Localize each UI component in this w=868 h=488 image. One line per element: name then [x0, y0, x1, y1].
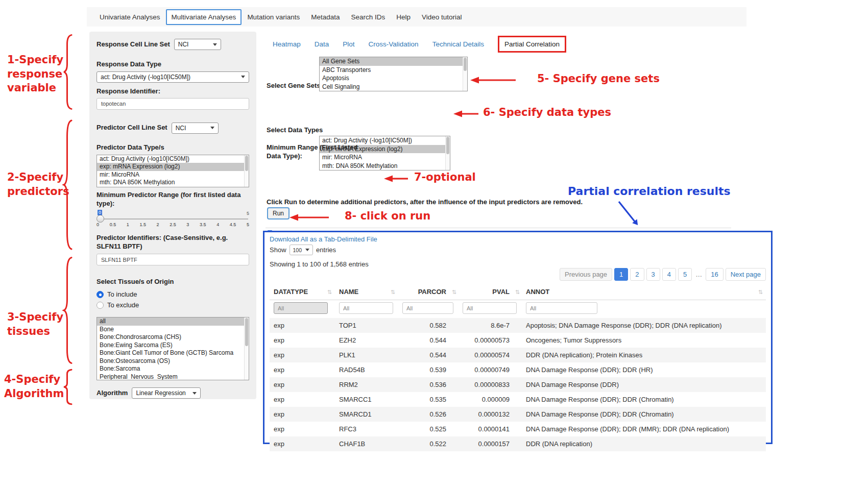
min-predictor-range-label: Minimum Predictor Range (for first liste… [97, 191, 249, 208]
radio-label: To include [107, 290, 137, 298]
list-option[interactable]: Peripheral_Nervous_System [97, 373, 249, 381]
page-button-2[interactable]: 2 [630, 268, 644, 281]
algorithm-select[interactable]: Linear Regression [132, 387, 201, 399]
column-header-parcor[interactable]: PARCOR⇅ [398, 284, 459, 300]
cell-name: TOP1 [335, 318, 398, 333]
cell-name: PLK1 [335, 348, 398, 362]
predictor-identifiers-input[interactable] [97, 254, 249, 265]
brace-icon [62, 33, 73, 111]
run-button[interactable]: Run [267, 207, 290, 219]
next-page-button[interactable]: Next page [726, 268, 766, 281]
page-button-3[interactable]: 3 [646, 268, 660, 281]
tab-data[interactable]: Data [315, 40, 329, 48]
download-link[interactable]: Download All as a Tab-Delimited File [270, 235, 377, 243]
show-label: Show [270, 246, 286, 254]
response-data-type-label: Response Data Type [97, 60, 249, 69]
list-option[interactable]: mir: MicroRNA [97, 171, 249, 179]
cell-datatype: exp [270, 422, 335, 436]
arrow-diagonal-icon [612, 200, 648, 232]
tab-technical-details[interactable]: Technical Details [432, 40, 484, 48]
list-option[interactable]: ABC Transporters [320, 66, 467, 75]
column-header-name[interactable]: NAME⇅ [335, 284, 398, 300]
cell-parcor: 0.522 [398, 436, 459, 451]
cell-annot: DDR (DNA replication) [522, 436, 766, 451]
tab-partial-correlation[interactable]: Partial Correlation [498, 36, 566, 53]
cell-datatype: exp [270, 333, 335, 348]
response-identifier-input[interactable] [97, 98, 249, 110]
column-header-datatype[interactable]: DATATYPE⇅ [270, 284, 335, 300]
previous-page-button[interactable]: Previous page [560, 268, 612, 281]
list-option[interactable]: Bone [97, 326, 249, 334]
filter-row [270, 300, 766, 319]
cell-parcor: 0.539 [398, 362, 459, 377]
response-identifier-label: Response Identifier: [97, 87, 249, 96]
filter-annot-input[interactable] [526, 302, 597, 314]
filter-datatype-input[interactable] [274, 302, 328, 314]
page-button-5[interactable]: 5 [678, 268, 692, 281]
cell-name: SMARCD1 [335, 407, 398, 422]
top-nav: Univariate Analyses Multivariate Analyse… [87, 7, 746, 27]
list-option[interactable]: Bone:Osteosarcoma (OS) [97, 357, 249, 365]
filter-pval-input[interactable] [463, 302, 517, 314]
nav-multivariate-analyses[interactable]: Multivariate Analyses [166, 9, 242, 25]
entries-count-select[interactable]: 100 [290, 245, 314, 255]
response-cell-line-set-select[interactable]: NCI [174, 39, 221, 50]
annotation-step2: 2-Specify predictors [7, 170, 69, 199]
cell-name: RRM2 [335, 377, 398, 392]
sort-icon: ⇅ [515, 288, 520, 295]
tissue-exclude-radio[interactable]: To exclude [97, 301, 249, 309]
gene-sets-listbox[interactable]: All Gene Sets ABC Transporters Apoptosis… [319, 57, 468, 91]
response-data-type-select[interactable]: act: Drug Activity (-log10[IC50M]) [97, 71, 249, 83]
scrollbar[interactable] [463, 57, 467, 91]
page-button-16[interactable]: 16 [706, 268, 723, 281]
chevron-down-icon [241, 76, 245, 78]
tissue-origin-label: Select Tissue/s of Origin [97, 278, 249, 286]
list-option[interactable]: Bone:Sarcoma [97, 365, 249, 373]
filter-parcor-input[interactable] [402, 302, 453, 314]
tissue-listbox[interactable]: all Bone Bone:Chondrosarcoma (CHS) Bone:… [97, 317, 249, 380]
nav-video-tutorial[interactable]: Video tutorial [416, 10, 468, 25]
filter-name-input[interactable] [339, 302, 393, 314]
min-predictor-range-slider: 0 5 00.511.522.533.544.55 [97, 210, 249, 228]
tab-cross-validation[interactable]: Cross-Validation [369, 40, 419, 48]
list-option[interactable]: mth: DNA 850K Methylation [97, 179, 249, 187]
slider-handle[interactable] [97, 215, 104, 223]
tab-heatmap[interactable]: Heatmap [273, 40, 301, 48]
radio-label: To exclude [107, 301, 139, 309]
nav-univariate-analyses[interactable]: Univariate Analyses [94, 10, 166, 25]
cell-datatype: exp [270, 407, 335, 422]
table-row: exp RAD54B 0.539 0.00000749 DNA Damage R… [270, 362, 766, 377]
list-option-selected[interactable]: All Gene Sets [320, 57, 467, 66]
scrollbar[interactable] [244, 318, 249, 380]
page-button-1[interactable]: 1 [614, 268, 628, 281]
nav-mutation-variants[interactable]: Mutation variants [242, 10, 305, 25]
list-option-selected[interactable]: exp: mRNA Expression (log2) [97, 163, 249, 171]
list-option-selected[interactable]: all [97, 318, 249, 326]
page-button-4[interactable]: 4 [662, 268, 676, 281]
tab-plot[interactable]: Plot [343, 40, 354, 48]
list-option[interactable]: Bone:Chondrosarcoma (CHS) [97, 333, 249, 341]
list-option[interactable]: Apoptosis [320, 74, 467, 83]
scrollbar[interactable] [445, 136, 450, 170]
nav-search-ids[interactable]: Search IDs [345, 10, 391, 25]
predictor-cell-line-set-select[interactable]: NCI [172, 123, 219, 134]
table-row: exp EZH2 0.544 0.00000573 Oncogenes; Tum… [270, 333, 766, 348]
predictor-data-types-listbox[interactable]: act: Drug Activity (-log10[IC50M]) exp: … [97, 155, 249, 187]
algorithm-label: Algorithm [97, 389, 128, 398]
scrollbar[interactable] [244, 155, 249, 187]
tissue-include-radio[interactable]: To include [97, 290, 249, 298]
list-option[interactable]: act: Drug Activity (-log10[IC50M]) [97, 155, 249, 163]
cell-pval: 0.0000141 [459, 422, 522, 436]
list-option[interactable]: mth: DNA 850K Methylation [320, 162, 450, 170]
cell-pval: 8.6e-7 [459, 318, 522, 333]
column-header-pval[interactable]: PVAL⇅ [459, 284, 522, 300]
cell-name: RFC3 [335, 422, 398, 436]
list-option[interactable]: Bone:Ewing Sarcoma (ES) [97, 341, 249, 350]
slider-track[interactable] [98, 218, 248, 219]
annotation-step4: 4-Specify Algorithm [4, 373, 64, 401]
nav-help[interactable]: Help [391, 10, 416, 25]
list-option[interactable]: Cell Signaling [320, 83, 467, 91]
list-option[interactable]: Bone:Giant Cell Tumor of Bone (GCTB) Sar… [97, 349, 249, 357]
column-header-annot[interactable]: ANNOT⇅ [522, 284, 766, 300]
nav-metadata[interactable]: Metadata [305, 10, 345, 25]
